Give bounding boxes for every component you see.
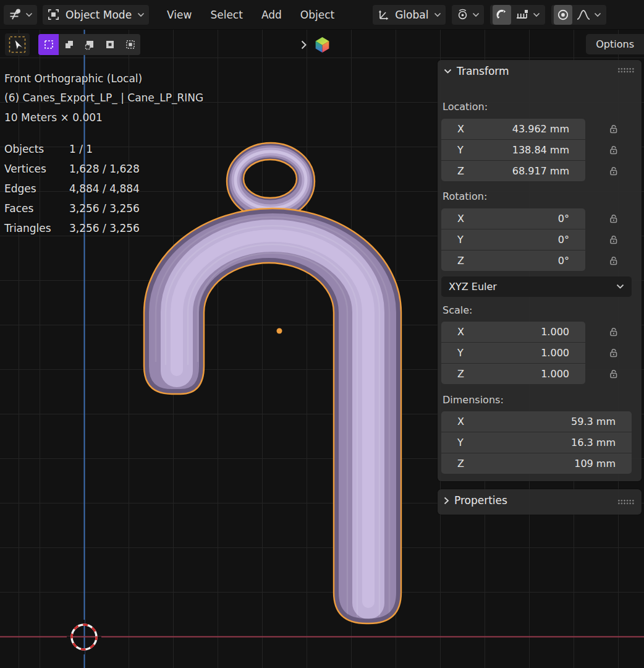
unlock-icon xyxy=(608,234,619,246)
location-y-field[interactable]: Y 138.84 mm xyxy=(441,140,585,160)
properties-panel-header[interactable]: Properties xyxy=(444,494,507,507)
dimensions-y-field[interactable]: Y 16.3 mm xyxy=(441,432,632,453)
select-mode-invert-button[interactable] xyxy=(100,34,120,55)
axis-label: Z xyxy=(457,161,464,181)
snap-toggle-button[interactable] xyxy=(493,5,511,25)
stat-value: 1,628 / 1,628 xyxy=(69,163,140,175)
axis-label: Z xyxy=(457,364,464,384)
chevron-down-icon xyxy=(137,12,145,17)
snap-settings-dropdown[interactable] xyxy=(512,5,543,25)
axis-label: X xyxy=(457,322,464,342)
scale-y-field[interactable]: Y 1.000 xyxy=(441,343,585,363)
mesh-data-icon[interactable] xyxy=(313,35,332,54)
select-subtract-icon xyxy=(83,38,96,51)
active-object-overlay: (6) Canes_Export_LP_ | Cane_LP_RING xyxy=(4,92,203,104)
field-value: 109 mm xyxy=(574,453,616,474)
location-y-lock-button[interactable] xyxy=(606,143,620,156)
unlock-icon xyxy=(608,347,619,359)
field-value: 0° xyxy=(558,208,569,229)
stat-value: 3,256 / 3,256 xyxy=(69,202,140,215)
panel-drag-handle[interactable] xyxy=(617,499,634,505)
location-z-lock-button[interactable] xyxy=(606,164,620,178)
options-button[interactable]: Options xyxy=(586,34,644,54)
field-value: 16.3 mm xyxy=(571,432,616,453)
editor-type-selector[interactable] xyxy=(4,5,37,25)
scale-z-lock-button[interactable] xyxy=(606,367,620,380)
stat-label: Triangles xyxy=(4,222,72,234)
select-invert-icon xyxy=(104,38,116,51)
rotation-x-field[interactable]: X 0° xyxy=(441,208,585,229)
orientation-global-icon xyxy=(377,9,389,21)
unlock-icon xyxy=(608,144,619,156)
proportional-edit-icon xyxy=(556,8,570,22)
grid-scale-overlay: 10 Meters × 0.001 xyxy=(4,111,103,124)
dimensions-z-field[interactable]: Z 109 mm xyxy=(441,453,632,474)
stat-label: Edges xyxy=(4,182,72,195)
rotation-z-lock-button[interactable] xyxy=(606,254,620,267)
chevron-down-icon xyxy=(616,284,624,289)
transform-panel-header[interactable]: Transform xyxy=(444,65,509,77)
menu-add[interactable]: Add xyxy=(252,5,291,25)
select-mode-extend-button[interactable] xyxy=(59,34,79,55)
stat-label: Faces xyxy=(4,202,72,215)
cane-body xyxy=(144,208,401,623)
transform-orientation-dropdown[interactable]: Global xyxy=(373,5,446,25)
pivot-point-dropdown[interactable] xyxy=(452,5,484,25)
breadcrumb xyxy=(301,34,332,55)
select-intersect-icon xyxy=(124,38,137,51)
scale-x-lock-button[interactable] xyxy=(606,325,620,338)
proportional-edit-group xyxy=(551,5,606,25)
axis-label: Z xyxy=(457,453,464,474)
chevron-down-icon xyxy=(472,12,480,17)
stat-label: Vertices xyxy=(4,163,72,175)
mode-dropdown[interactable]: Object Mode xyxy=(43,5,149,25)
active-tool-tweak-button[interactable] xyxy=(5,33,30,56)
rotation-y-lock-button[interactable] xyxy=(606,233,620,246)
axis-label: Z xyxy=(457,250,464,271)
magnet-icon xyxy=(495,8,509,22)
rotation-z-field[interactable]: Z 0° xyxy=(441,250,585,271)
selected-object-cane[interactable] xyxy=(144,143,401,623)
rotation-section-label: Rotation: xyxy=(443,191,487,202)
axis-label: Y xyxy=(457,432,464,453)
breadcrumb-expand-icon[interactable] xyxy=(301,40,307,49)
menu-view[interactable]: View xyxy=(158,5,201,25)
stat-value: 1 / 1 xyxy=(69,143,93,155)
chevron-down-icon xyxy=(594,12,601,17)
select-mode-subtract-button[interactable] xyxy=(79,34,100,55)
select-mode-intersect-button[interactable] xyxy=(120,34,140,55)
rotation-x-lock-button[interactable] xyxy=(606,212,620,225)
scale-field-group: X 1.000 Y 1.000 Z 1.000 xyxy=(441,322,585,384)
menu-object[interactable]: Object xyxy=(291,5,344,25)
chevron-right-icon xyxy=(444,497,449,505)
dimensions-section-label: Dimensions: xyxy=(443,394,504,406)
select-mode-group xyxy=(38,34,140,55)
panel-title: Properties xyxy=(454,494,507,507)
unlock-icon xyxy=(608,368,619,380)
field-value: 0° xyxy=(558,229,569,250)
location-x-lock-button[interactable] xyxy=(606,122,620,135)
axis-label: X xyxy=(457,208,464,229)
proportional-falloff-dropdown[interactable] xyxy=(574,5,604,25)
proportional-edit-toggle[interactable] xyxy=(554,5,572,25)
view-name-overlay: Front Orthographic (Local) xyxy=(4,72,142,85)
snap-increment-icon xyxy=(515,9,530,21)
scale-x-field[interactable]: X 1.000 xyxy=(441,322,585,342)
scale-y-lock-button[interactable] xyxy=(606,346,620,359)
select-mode-set-button[interactable] xyxy=(38,34,59,55)
unlock-icon xyxy=(608,213,619,225)
location-x-field[interactable]: X 43.962 mm xyxy=(441,119,585,139)
axis-label: Y xyxy=(457,343,464,363)
panel-drag-handle[interactable] xyxy=(617,67,634,73)
menu-select[interactable]: Select xyxy=(201,5,252,25)
field-value: 138.84 mm xyxy=(512,140,569,160)
scale-z-field[interactable]: Z 1.000 xyxy=(441,364,585,384)
dimensions-x-field[interactable]: X 59.3 mm xyxy=(441,411,632,432)
stat-value: 4,884 / 4,884 xyxy=(69,182,140,195)
unlock-icon xyxy=(608,123,619,135)
object-origin-dot xyxy=(277,328,282,334)
select-extend-icon xyxy=(63,38,75,51)
rotation-y-field[interactable]: Y 0° xyxy=(441,229,585,250)
location-z-field[interactable]: Z 68.917 mm xyxy=(441,161,585,181)
rotation-mode-dropdown[interactable]: XYZ Euler xyxy=(441,276,632,297)
